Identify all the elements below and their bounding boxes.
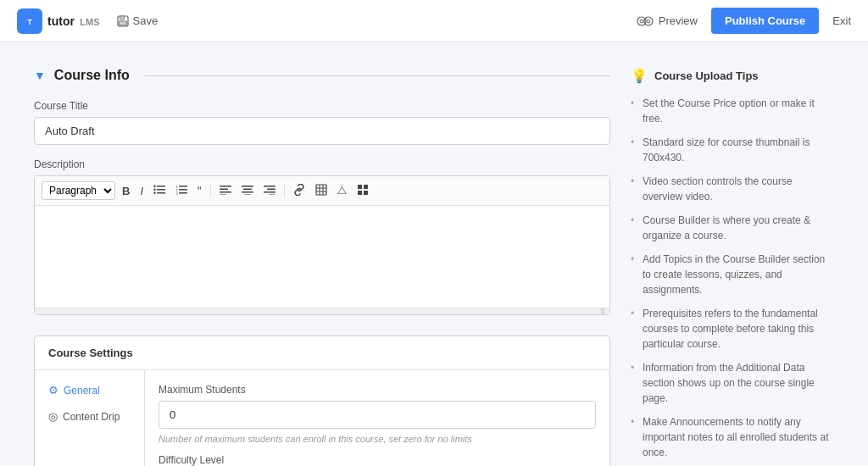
svg-rect-26: [243, 188, 252, 190]
settings-tab-general[interactable]: ⚙ General: [35, 377, 144, 403]
tips-panel: 💡 Course Upload Tips Set the Course Pric…: [631, 68, 834, 466]
logo-text: tutor LMS: [47, 14, 100, 29]
preview-icon: [637, 16, 654, 26]
expand-button[interactable]: ⧊: [334, 182, 350, 199]
align-right-button[interactable]: [260, 183, 279, 199]
tips-title: Course Upload Tips: [654, 69, 759, 82]
list-item: Video section controls the course overvi…: [631, 174, 834, 204]
tips-list: Set the Course Price option or make it f…: [631, 96, 834, 460]
difficulty-label: Difficulty Level: [159, 454, 596, 466]
editor-toolbar: Paragraph B I 123 “: [35, 176, 609, 206]
svg-rect-39: [364, 185, 368, 189]
course-settings-box: Course Settings ⚙ General ◎ Content Drip…: [34, 336, 610, 466]
main-content: ▼ Course Info Course Title Description P…: [0, 42, 868, 466]
tutor-logo-svg: T: [22, 14, 37, 29]
svg-rect-17: [179, 192, 187, 194]
grid-button[interactable]: [353, 182, 372, 200]
list-item: Information from the Additional Data sec…: [631, 360, 834, 406]
table-button[interactable]: [312, 182, 331, 200]
list-item: Set the Course Price option or make it f…: [631, 96, 834, 126]
align-right-icon: [264, 185, 275, 195]
exit-button[interactable]: Exit: [832, 14, 851, 27]
ol-icon: 123: [175, 185, 187, 195]
svg-text:3: 3: [176, 191, 179, 195]
settings-tabs: ⚙ General ◎ Content Drip: [35, 370, 145, 466]
publish-button[interactable]: Publish Course: [711, 8, 819, 34]
difficulty-section: Difficulty Level All Levels Beginner: [159, 454, 596, 466]
save-icon: [117, 15, 129, 27]
link-icon: [293, 184, 305, 196]
list-item: Prerequisites refers to the fundamental …: [631, 306, 834, 352]
grid-icon: [357, 184, 369, 196]
svg-rect-25: [242, 186, 253, 187]
align-left-icon: [220, 185, 231, 195]
svg-rect-32: [269, 194, 275, 195]
description-editor-body[interactable]: [35, 206, 609, 308]
ul-button[interactable]: [150, 183, 169, 199]
svg-rect-40: [358, 191, 362, 195]
tips-header: 💡 Course Upload Tips: [631, 68, 834, 84]
course-title-label: Course Title: [34, 100, 610, 112]
svg-rect-16: [179, 189, 187, 191]
svg-rect-29: [264, 186, 275, 187]
editor-resize-handle[interactable]: ⇳: [35, 308, 609, 314]
svg-rect-23: [220, 191, 231, 193]
align-center-button[interactable]: [238, 183, 257, 199]
blockquote-button[interactable]: “: [194, 182, 205, 199]
svg-point-8: [647, 19, 650, 23]
collapse-arrow-icon[interactable]: ▼: [34, 69, 46, 82]
ul-icon: [153, 185, 165, 195]
course-settings-header: Course Settings: [35, 336, 609, 370]
description-label: Description: [34, 158, 610, 170]
svg-point-14: [153, 191, 155, 193]
toolbar-separator-2: [284, 184, 285, 197]
svg-rect-27: [242, 191, 253, 193]
svg-rect-30: [267, 188, 275, 190]
svg-rect-9: [157, 186, 165, 187]
description-field: Description Paragraph B I 123 “: [34, 158, 610, 315]
svg-point-12: [153, 185, 155, 186]
max-students-input[interactable]: [159, 401, 596, 429]
list-item: Make Announcements to notify any importa…: [631, 414, 834, 460]
bold-button[interactable]: B: [119, 183, 133, 199]
svg-rect-31: [264, 191, 275, 193]
course-title-input[interactable]: [34, 117, 610, 145]
svg-rect-11: [157, 192, 165, 194]
list-item: Course Builder is where you create & org…: [631, 213, 834, 243]
general-tab-label: General: [64, 385, 100, 397]
paragraph-select[interactable]: Paragraph: [42, 181, 115, 200]
description-editor: Paragraph B I 123 “: [34, 175, 610, 315]
section-divider: [145, 75, 610, 76]
svg-point-7: [640, 19, 643, 23]
toolbar-separator-1: [210, 184, 211, 197]
resize-icon: ⇳: [599, 307, 606, 316]
settings-tab-content-drip[interactable]: ◎ Content Drip: [35, 403, 144, 430]
svg-rect-21: [220, 186, 231, 187]
settings-content-panel: Maximum Students Number of maximum stude…: [145, 370, 609, 466]
svg-rect-10: [157, 189, 165, 191]
svg-point-13: [153, 188, 155, 190]
svg-rect-38: [358, 185, 362, 189]
section-title: Course Info: [54, 68, 130, 83]
svg-rect-22: [220, 188, 228, 190]
ol-button[interactable]: 123: [172, 183, 191, 199]
italic-button[interactable]: I: [136, 183, 147, 199]
align-center-icon: [242, 185, 253, 195]
gear-icon: ⚙: [48, 384, 58, 397]
content-drip-icon: ◎: [48, 410, 58, 423]
course-title-field: Course Title: [34, 100, 610, 145]
align-left-button[interactable]: [216, 183, 235, 199]
svg-rect-33: [316, 185, 326, 195]
content-drip-tab-label: Content Drip: [63, 411, 120, 423]
course-info-header: ▼ Course Info: [34, 68, 610, 83]
save-button[interactable]: Save: [117, 14, 159, 27]
preview-button[interactable]: Preview: [637, 14, 698, 27]
svg-rect-24: [220, 194, 226, 195]
svg-rect-28: [244, 194, 251, 195]
logo-icon: T: [17, 8, 42, 34]
list-item: Add Topics in the Course Builder section…: [631, 252, 834, 297]
svg-rect-3: [120, 16, 124, 19]
svg-text:T: T: [27, 18, 32, 26]
svg-rect-15: [179, 186, 187, 187]
link-button[interactable]: [290, 182, 309, 200]
